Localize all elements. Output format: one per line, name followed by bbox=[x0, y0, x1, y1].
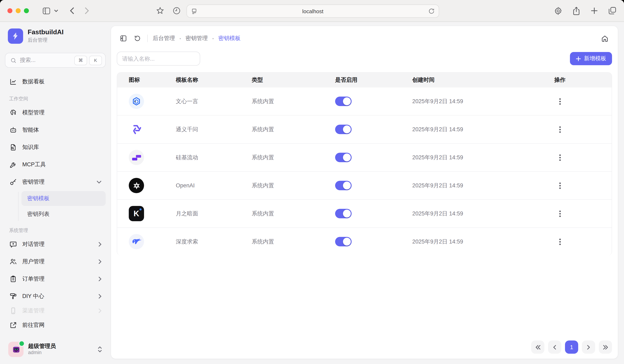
sidebar-item-mcp-tools[interactable]: MCP工具 bbox=[4, 156, 106, 173]
plus-icon bbox=[576, 56, 581, 61]
sidebar-item-knowledge[interactable]: 知识库 bbox=[4, 139, 106, 156]
breadcrumb-separator: • bbox=[212, 36, 214, 41]
col-header-created: 创建时间 bbox=[412, 76, 554, 84]
last-page-button[interactable] bbox=[599, 340, 612, 354]
forward-button[interactable] bbox=[81, 5, 92, 17]
share-icon[interactable] bbox=[570, 5, 582, 17]
sidebar-subitem-key-template[interactable]: 密钥模板 bbox=[22, 191, 106, 206]
history-clock-icon[interactable] bbox=[171, 5, 182, 17]
brand: FastbuildAI 后台管理 bbox=[8, 28, 111, 44]
user-menu[interactable]: 超级管理员 admin bbox=[5, 338, 106, 360]
pagination: 1 bbox=[531, 340, 612, 354]
sidebar-item-channel-faded[interactable]: 渠道管理 bbox=[4, 305, 106, 316]
sidebar-item-label: MCP工具 bbox=[22, 161, 102, 168]
sidebar-item-models[interactable]: 模型管理 bbox=[4, 104, 106, 121]
name-filter-input[interactable] bbox=[117, 52, 200, 66]
sidebar-item-label: 对话管理 bbox=[22, 241, 98, 248]
sidebar-item-chat-management[interactable]: 对话管理 bbox=[4, 236, 106, 253]
sidebar-item-label: 知识库 bbox=[22, 144, 102, 151]
chevron-right-icon bbox=[98, 308, 102, 313]
robot-icon bbox=[9, 126, 17, 134]
row-actions-kebab-icon[interactable] bbox=[554, 180, 566, 191]
divider bbox=[147, 35, 148, 42]
sidebar-subitem-key-list[interactable]: 密钥列表 bbox=[22, 207, 106, 222]
home-icon[interactable] bbox=[599, 33, 610, 44]
filter-row: 新增模板 bbox=[111, 51, 618, 66]
deepseek-logo-icon bbox=[129, 234, 144, 249]
tab-overview-icon[interactable] bbox=[607, 5, 618, 17]
template-type: 系统内置 bbox=[252, 98, 335, 105]
first-page-button[interactable] bbox=[531, 340, 544, 354]
chevron-right-icon bbox=[98, 259, 102, 264]
row-actions-kebab-icon[interactable] bbox=[554, 208, 566, 219]
new-tab-plus-icon[interactable] bbox=[589, 5, 600, 17]
template-type: 系统内置 bbox=[252, 238, 335, 245]
main-panel: 后台管理 • 密钥管理 • 密钥模板 新增模板 bbox=[111, 26, 618, 359]
chevron-right-icon bbox=[98, 294, 102, 299]
refresh-icon[interactable] bbox=[132, 33, 143, 44]
openai-logo-icon bbox=[129, 178, 144, 193]
template-name: 月之暗面 bbox=[176, 210, 252, 217]
enable-toggle[interactable] bbox=[335, 237, 352, 246]
table-header-row: 图标 模板名称 类型 是否启用 创建时间 操作 bbox=[117, 73, 612, 87]
col-header-enabled: 是否启用 bbox=[335, 76, 412, 84]
enable-toggle[interactable] bbox=[335, 181, 352, 190]
brain-icon bbox=[9, 108, 17, 117]
external-link-icon bbox=[9, 321, 17, 329]
zoom-window-button[interactable] bbox=[24, 8, 29, 13]
url-text: localhost bbox=[302, 8, 324, 14]
breadcrumb-item-current[interactable]: 密钥模板 bbox=[218, 35, 241, 42]
add-template-button[interactable]: 新增模板 bbox=[570, 52, 612, 65]
reader-view-icon[interactable] bbox=[191, 8, 197, 14]
chevron-down-icon bbox=[97, 180, 102, 184]
sidebar-item-label: 智能体 bbox=[22, 126, 102, 134]
created-time: 2025年9月2日 14:59 bbox=[412, 98, 554, 105]
sidebar-item-official-site[interactable]: 前往官网 bbox=[4, 317, 106, 334]
enable-toggle[interactable] bbox=[335, 97, 352, 106]
row-actions-kebab-icon[interactable] bbox=[554, 236, 566, 247]
table-row: 硅基流动 系统内置 2025年9月2日 14:59 bbox=[117, 144, 612, 172]
reload-icon[interactable] bbox=[428, 8, 435, 14]
enable-toggle[interactable] bbox=[335, 125, 352, 134]
sidebar-toggle-icon[interactable] bbox=[40, 5, 52, 17]
back-button[interactable] bbox=[66, 5, 78, 17]
sidebar-item-label: 前往官网 bbox=[22, 321, 102, 329]
bookmark-star-icon[interactable] bbox=[154, 5, 166, 17]
chevron-right-icon bbox=[98, 242, 102, 247]
enable-toggle[interactable] bbox=[335, 209, 352, 218]
sidebar-item-agents[interactable]: 智能体 bbox=[4, 122, 106, 138]
sidebar-search-input[interactable]: 搜索... ⌘ K bbox=[5, 53, 106, 68]
sidebar-item-user-management[interactable]: 用户管理 bbox=[4, 253, 106, 270]
collapse-sidebar-icon[interactable] bbox=[118, 33, 129, 44]
table-row: 深度求索 系统内置 2025年9月2日 14:59 bbox=[117, 228, 612, 256]
breadcrumb-item[interactable]: 后台管理 bbox=[153, 35, 175, 42]
sidebar-item-dashboard[interactable]: 数据看板 bbox=[4, 74, 106, 90]
address-bar[interactable]: localhost bbox=[186, 4, 439, 18]
enable-toggle[interactable] bbox=[335, 153, 352, 162]
silicon-logo-icon bbox=[129, 150, 144, 165]
clipboard-icon bbox=[9, 275, 17, 283]
row-actions-kebab-icon[interactable] bbox=[554, 152, 566, 163]
next-page-button[interactable] bbox=[582, 340, 595, 354]
template-type: 系统内置 bbox=[252, 126, 335, 133]
wrench-icon bbox=[9, 160, 17, 169]
sidebar-item-label: DIY 中心 bbox=[22, 293, 98, 300]
sidebar-item-label: 密钥管理 bbox=[22, 178, 97, 186]
traffic-lights bbox=[7, 8, 29, 13]
row-actions-kebab-icon[interactable] bbox=[554, 124, 566, 135]
sidebar-item-order-management[interactable]: 订单管理 bbox=[4, 271, 106, 287]
toolbar-chevron-down-icon[interactable] bbox=[52, 5, 60, 17]
breadcrumb-item[interactable]: 密钥管理 bbox=[185, 35, 208, 42]
page-number-button[interactable]: 1 bbox=[565, 340, 578, 354]
close-window-button[interactable] bbox=[7, 8, 12, 13]
online-status-dot bbox=[19, 340, 25, 346]
sidebar-item-diy-center[interactable]: DIY 中心 bbox=[4, 288, 106, 305]
template-name: OpenAI bbox=[176, 182, 252, 189]
settings-gear-icon[interactable] bbox=[552, 5, 564, 17]
sidebar-item-key-management[interactable]: 密钥管理 bbox=[4, 174, 106, 190]
previous-page-button[interactable] bbox=[548, 340, 561, 354]
row-actions-kebab-icon[interactable] bbox=[554, 96, 566, 107]
kbd-k: K bbox=[89, 55, 102, 65]
kimi-letter: K bbox=[133, 209, 139, 218]
minimize-window-button[interactable] bbox=[16, 8, 21, 13]
